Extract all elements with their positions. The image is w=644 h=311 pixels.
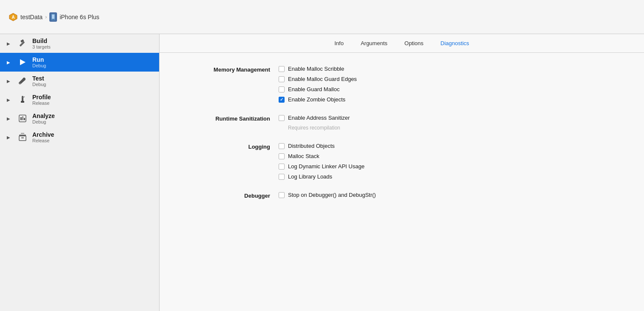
sidebar-item-build[interactable]: ▶ Build 3 targets xyxy=(0,34,159,53)
expand-icon: ▶ xyxy=(7,79,13,84)
checkbox-malloc-stack[interactable] xyxy=(279,153,285,159)
wrench-icon xyxy=(17,75,28,86)
sidebar-item-text-run: Run Debug xyxy=(32,56,46,68)
checkbox-address-sanitizer[interactable] xyxy=(279,115,285,121)
expand-icon: ▶ xyxy=(7,98,13,102)
checkbox-row-malloc-guard: Enable Malloc Guard Edges xyxy=(279,76,357,82)
sidebar-item-profile[interactable]: ▶ Profile Release xyxy=(0,90,159,109)
requires-recompilation-note: Requires recompilation xyxy=(279,125,350,131)
svg-rect-17 xyxy=(19,135,26,136)
project-icon: A xyxy=(9,12,18,22)
checkbox-zombie-objects[interactable] xyxy=(279,97,285,103)
svg-rect-9 xyxy=(22,96,23,102)
sidebar-run-title: Run xyxy=(32,56,46,63)
play-icon xyxy=(17,57,28,68)
checkbox-row-log-library-loads: Log Library Loads xyxy=(279,173,365,180)
label-malloc-stack: Malloc Stack xyxy=(288,153,319,159)
checkbox-malloc-guard[interactable] xyxy=(279,76,285,82)
sidebar-profile-subtitle: Release xyxy=(32,101,51,106)
sidebar-item-text-build: Build 3 targets xyxy=(32,37,51,49)
section-logging: Logging Distributed Objects Malloc Stack… xyxy=(185,143,618,180)
section-options-memory: Enable Malloc Scribble Enable Malloc Gua… xyxy=(279,66,357,103)
label-malloc-guard: Enable Malloc Guard Edges xyxy=(288,76,357,82)
project-name[interactable]: testData xyxy=(20,14,43,20)
sidebar-item-text-analyze: Analyze Debug xyxy=(32,112,55,124)
section-options-runtime: Enable Address Sanitizer Requires recomp… xyxy=(279,115,350,131)
checkbox-row-log-dynamic-linker: Log Dynamic Linker API Usage xyxy=(279,163,365,170)
device-name[interactable]: iPhone 6s Plus xyxy=(60,14,99,20)
label-stop-on-debugger: Stop on Debugger() and DebugStr() xyxy=(288,192,376,198)
content-area: Info Arguments Options Diagnostics Memor… xyxy=(160,34,644,311)
sidebar-run-subtitle: Debug xyxy=(32,63,46,68)
instrument-icon xyxy=(17,94,28,105)
label-log-dynamic-linker: Log Dynamic Linker API Usage xyxy=(288,163,365,170)
tab-diagnostics[interactable]: Diagnostics xyxy=(441,40,469,48)
section-label-logging: Logging xyxy=(185,143,279,150)
breadcrumb-chevron: › xyxy=(45,14,47,20)
checkbox-stop-on-debugger[interactable] xyxy=(279,192,285,198)
svg-rect-10 xyxy=(21,101,24,103)
svg-rect-13 xyxy=(20,117,22,120)
svg-rect-14 xyxy=(22,116,23,120)
section-label-debugger: Debugger xyxy=(185,192,279,199)
svg-rect-15 xyxy=(24,118,25,120)
sidebar-item-archive[interactable]: ▶ Archive Release xyxy=(0,128,159,147)
checkbox-log-dynamic-linker[interactable] xyxy=(279,164,285,170)
hammer-icon xyxy=(17,38,28,49)
sidebar-test-title: Test xyxy=(32,75,46,82)
label-malloc-scribble: Enable Malloc Scribble xyxy=(288,66,344,72)
section-runtime-sanitization: Runtime Sanitization Enable Address Sani… xyxy=(185,115,618,131)
expand-icon: ▶ xyxy=(7,116,13,121)
svg-point-4 xyxy=(53,19,54,20)
checkbox-row-distributed-objects: Distributed Objects xyxy=(279,143,365,149)
checkbox-distributed-objects[interactable] xyxy=(279,143,285,149)
sidebar-item-text-test: Test Debug xyxy=(32,75,46,87)
top-bar: A testData › iPhone 6s Plus xyxy=(0,0,644,34)
checkbox-row-malloc-scribble: Enable Malloc Scribble xyxy=(279,66,357,72)
checkbox-row-address-sanitizer: Enable Address Sanitizer xyxy=(279,115,350,121)
expand-icon: ▶ xyxy=(7,41,13,46)
checkbox-malloc-scribble[interactable] xyxy=(279,66,285,72)
sidebar-item-test[interactable]: ▶ Test Debug xyxy=(0,72,159,90)
section-memory-management: Memory Management Enable Malloc Scribble… xyxy=(185,66,618,103)
sidebar-profile-title: Profile xyxy=(32,94,51,101)
section-debugger: Debugger Stop on Debugger() and DebugStr… xyxy=(185,192,618,199)
label-distributed-objects: Distributed Objects xyxy=(288,143,335,149)
archive-icon xyxy=(17,132,28,143)
sidebar-item-text-profile: Profile Release xyxy=(32,94,51,106)
section-options-debugger: Stop on Debugger() and DebugStr() xyxy=(279,192,376,198)
sidebar: ▶ Build 3 targets ▶ Run Debu xyxy=(0,34,160,311)
sidebar-item-analyze[interactable]: ▶ Analyze Debug xyxy=(0,109,159,128)
checkbox-row-zombie-objects: Enable Zombie Objects xyxy=(279,96,357,103)
sidebar-test-subtitle: Debug xyxy=(32,82,46,87)
sidebar-archive-subtitle: Release xyxy=(32,138,54,143)
label-log-library-loads: Log Library Loads xyxy=(288,173,332,180)
svg-rect-3 xyxy=(52,14,54,19)
sidebar-archive-title: Archive xyxy=(32,131,54,138)
expand-icon: ▶ xyxy=(7,135,13,140)
checkbox-row-malloc-stack: Malloc Stack xyxy=(279,153,365,159)
checkbox-guard-malloc[interactable] xyxy=(279,86,285,92)
section-label-runtime: Runtime Sanitization xyxy=(185,115,279,122)
sidebar-analyze-title: Analyze xyxy=(32,112,55,119)
device-icon xyxy=(49,12,57,22)
sidebar-analyze-subtitle: Debug xyxy=(32,119,55,124)
checkbox-row-guard-malloc: Enable Guard Malloc xyxy=(279,86,357,92)
tab-info[interactable]: Info xyxy=(334,40,344,48)
main-layout: ▶ Build 3 targets ▶ Run Debu xyxy=(0,34,644,311)
section-label-memory: Memory Management xyxy=(185,66,279,73)
tab-arguments[interactable]: Arguments xyxy=(361,40,388,48)
checkbox-log-library-loads[interactable] xyxy=(279,174,285,180)
checkbox-row-stop-on-debugger: Stop on Debugger() and DebugStr() xyxy=(279,192,376,198)
label-address-sanitizer: Enable Address Sanitizer xyxy=(288,115,350,121)
diagnostics-content: Memory Management Enable Malloc Scribble… xyxy=(160,53,644,224)
svg-rect-18 xyxy=(21,137,24,138)
svg-point-8 xyxy=(20,83,21,84)
analyze-icon xyxy=(17,113,28,124)
sidebar-build-subtitle: 3 targets xyxy=(32,44,51,49)
sidebar-build-title: Build xyxy=(32,37,51,44)
tabs-bar: Info Arguments Options Diagnostics xyxy=(160,34,644,53)
tab-options[interactable]: Options xyxy=(405,40,424,48)
svg-text:A: A xyxy=(11,15,14,20)
sidebar-item-run[interactable]: ▶ Run Debug xyxy=(0,53,159,72)
